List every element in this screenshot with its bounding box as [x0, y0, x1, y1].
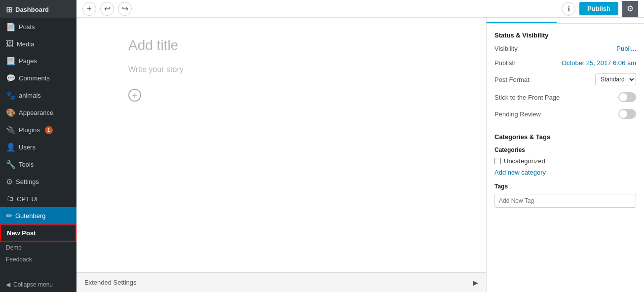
sidebar-item-dashboard[interactable]: ⊞ Dashboard	[0, 0, 76, 18]
right-panel: Document Block ✕ Status & Visibility Vis…	[486, 0, 644, 292]
gear-icon: ⚙	[627, 4, 634, 13]
topbar-right: ℹ Publish ⚙	[562, 1, 638, 17]
dashboard-icon: ⊞	[6, 5, 12, 14]
visibility-row: Visibility Publi...	[494, 45, 636, 52]
pages-icon: 📃	[6, 56, 16, 66]
uncategorized-checkbox[interactable]	[494, 158, 501, 164]
uncategorized-row: Uncategorized	[494, 157, 636, 165]
plus-icon: ＋	[85, 3, 93, 14]
undo-icon: ↩	[104, 4, 111, 13]
sidebar-item-pages[interactable]: 📃 Pages	[0, 52, 76, 70]
collapse-arrow-icon: ◀	[6, 281, 10, 288]
sidebar-item-new-post[interactable]: New Post	[0, 224, 76, 242]
gear-button[interactable]: ⚙	[622, 1, 638, 17]
media-icon: 🖼	[6, 39, 14, 48]
info-icon: ℹ	[568, 5, 570, 13]
add-block-inline-button[interactable]: ＋	[128, 89, 141, 102]
stick-front-toggle[interactable]	[618, 92, 636, 102]
publish-row: Publish October 25, 2017 6:06 am	[494, 59, 636, 67]
appearance-icon: 🎨	[6, 108, 16, 117]
plus-circle-icon: ＋	[130, 91, 139, 100]
sidebar-item-demo[interactable]: Demo	[0, 242, 76, 254]
divider-1	[494, 126, 636, 126]
post-format-select[interactable]: Standard Aside Image Video Quote Link Ga…	[595, 73, 636, 85]
categories-subtitle: Categories	[494, 146, 636, 153]
comments-icon: 💬	[6, 73, 16, 83]
stick-front-row: Stick to the Front Page	[494, 92, 636, 102]
publish-value[interactable]: October 25, 2017 6:06 am	[562, 59, 636, 67]
sidebar-item-feedback[interactable]: Feedback	[0, 254, 76, 265]
visibility-value[interactable]: Publi...	[616, 45, 636, 52]
panel-content: Status & Visibility Visibility Publi... …	[487, 24, 644, 292]
publish-button[interactable]: Publish	[579, 2, 618, 15]
sidebar-item-media[interactable]: 🖼 Media	[0, 36, 76, 52]
stick-front-label: Stick to the Front Page	[494, 94, 560, 101]
pending-review-toggle[interactable]	[618, 109, 636, 119]
chevron-right-icon[interactable]: ▶	[473, 279, 478, 287]
post-format-row: Post Format Standard Aside Image Video Q…	[494, 73, 636, 85]
sidebar-item-posts[interactable]: 📄 Posts	[0, 18, 76, 36]
sidebar-item-plugins[interactable]: 🔌 Plugins 1	[0, 121, 76, 139]
title-field[interactable]: Add title	[128, 37, 434, 53]
gutenberg-icon: ✏	[6, 211, 12, 220]
plugins-badge: 1	[45, 126, 53, 134]
sidebar-item-cptui[interactable]: 🗂 CPT UI	[0, 190, 76, 207]
stick-front-toggle-wrap	[618, 92, 636, 102]
add-block-button[interactable]: ＋	[82, 2, 96, 16]
bottombar: Extended Settings ▶	[76, 272, 486, 292]
sidebar-item-users[interactable]: 👤 Users	[0, 139, 76, 156]
add-tag-input[interactable]	[494, 194, 636, 208]
collapse-menu-button[interactable]: ◀ Collapse menu	[0, 277, 76, 292]
pending-review-toggle-wrap	[618, 109, 636, 119]
sidebar-item-animals[interactable]: 🐾 animals	[0, 87, 76, 104]
redo-button[interactable]: ↪	[118, 2, 132, 16]
pending-review-row: Pending Review	[494, 109, 636, 119]
topbar: ＋ ↩ ↪ ℹ Publish ⚙	[76, 0, 644, 18]
extended-settings-label: Extended Settings	[84, 279, 137, 286]
undo-button[interactable]: ↩	[100, 2, 114, 16]
pending-review-label: Pending Review	[494, 110, 541, 118]
editor-area: Add title Write your story ＋	[76, 18, 486, 272]
sidebar-item-comments[interactable]: 💬 Comments	[0, 70, 76, 87]
cptui-icon: 🗂	[6, 194, 14, 203]
tools-icon: 🔧	[6, 160, 16, 169]
users-icon: 👤	[6, 143, 16, 152]
uncategorized-label: Uncategorized	[504, 157, 545, 165]
visibility-label: Visibility	[494, 45, 518, 52]
redo-icon: ↪	[122, 4, 128, 13]
tags-subtitle: Tags	[494, 183, 636, 190]
posts-icon: 📄	[6, 22, 16, 32]
post-format-label: Post Format	[494, 76, 530, 83]
sidebar: ⊞ Dashboard 📄 Posts 🖼 Media 📃 Pages 💬 Co…	[0, 0, 76, 292]
story-field[interactable]: Write your story	[128, 65, 434, 74]
categories-tags-title: Categories & Tags	[494, 133, 636, 141]
sidebar-item-settings[interactable]: ⚙ Settings	[0, 173, 76, 190]
animals-icon: 🐾	[6, 91, 16, 100]
add-category-link[interactable]: Add new category	[494, 169, 636, 176]
sidebar-item-appearance[interactable]: 🎨 Appearance	[0, 104, 76, 121]
sidebar-item-gutenberg[interactable]: ✏ Gutenberg	[0, 207, 76, 224]
status-visibility-title: Status & Visibility	[494, 32, 636, 39]
info-button[interactable]: ℹ	[562, 2, 575, 16]
publish-label: Publish	[494, 59, 516, 67]
sidebar-item-tools[interactable]: 🔧 Tools	[0, 156, 76, 173]
plugins-icon: 🔌	[6, 125, 16, 135]
settings-icon: ⚙	[6, 177, 13, 186]
